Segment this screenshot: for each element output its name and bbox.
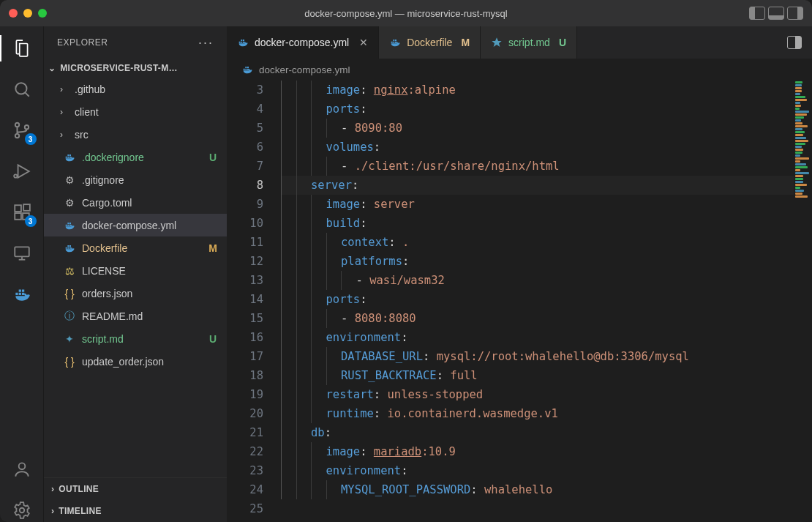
git-status-badge: U	[206, 333, 219, 345]
activity-search-icon[interactable]	[10, 78, 34, 101]
folder-label: src	[75, 129, 219, 141]
sidebar-more-icon[interactable]: ···	[198, 35, 214, 51]
code-line[interactable]: runtime: io.containerd.wasmedge.v1	[281, 404, 812, 423]
code-line[interactable]: image: mariadb:10.9	[281, 442, 812, 461]
code-line[interactable]: DATABASE_URL: mysql://root:whalehello@db…	[281, 347, 812, 366]
file-icon	[63, 152, 76, 163]
minimap-line	[795, 184, 807, 186]
maximize-window-icon[interactable]	[38, 9, 47, 18]
file-row[interactable]: ⚖LICENSE	[44, 259, 227, 282]
activity-settings-icon[interactable]	[10, 499, 34, 522]
code-line[interactable]: MYSQL_ROOT_PASSWORD: whalehello	[281, 480, 812, 499]
toggle-sidebar-icon[interactable]	[749, 7, 765, 20]
line-number: 11	[227, 233, 263, 252]
file-row[interactable]: ⚙.gitignore	[44, 168, 227, 191]
code-line[interactable]: restart: unless-stopped	[281, 385, 812, 404]
line-number: 12	[227, 252, 263, 271]
file-tree[interactable]: ›.github›client›src.dockerignoreU⚙.gitig…	[44, 78, 227, 477]
folder-row[interactable]: ›.github	[44, 78, 227, 100]
toggle-panel-icon[interactable]	[768, 7, 784, 20]
split-editor-icon[interactable]	[787, 36, 802, 49]
toggle-secondary-sidebar-icon[interactable]	[787, 7, 803, 20]
folder-row[interactable]: ›src	[44, 123, 227, 146]
code-line[interactable]: build:	[281, 214, 812, 233]
minimap-line	[795, 113, 807, 116]
sidebar-header: EXPLORER ···	[44, 26, 227, 59]
minimize-window-icon[interactable]	[23, 9, 32, 18]
code-line[interactable]	[281, 499, 812, 518]
code-line[interactable]: image: server	[281, 195, 812, 214]
code-line[interactable]: - 8090:80	[281, 119, 812, 138]
folder-row[interactable]: ›client	[44, 100, 227, 123]
chevron-right-icon: ›	[60, 107, 69, 117]
code-line[interactable]: RUST_BACKTRACE: full	[281, 366, 812, 385]
chevron-right-icon: ›	[60, 130, 69, 140]
editor-tab[interactable]: DockerfileM	[379, 26, 481, 59]
activity-bar: 3 3	[0, 26, 44, 522]
code-editor[interactable]: 345678910111213141516171819202122232425 …	[227, 81, 812, 522]
breadcrumb[interactable]: docker-compose.yml	[227, 59, 812, 81]
outline-label: OUTLINE	[59, 484, 99, 494]
file-icon: ✦	[63, 333, 76, 345]
file-row[interactable]: docker-compose.yml	[44, 214, 227, 236]
svg-marker-16	[492, 37, 501, 47]
svg-point-6	[14, 174, 17, 177]
minimap-line	[795, 93, 800, 95]
minimap-line	[795, 154, 800, 157]
activity-run-debug-icon[interactable]	[10, 160, 34, 183]
code-line[interactable]: platforms:	[281, 252, 812, 271]
file-row[interactable]: { }update_order.json	[44, 350, 227, 373]
code-line[interactable]: - 8080:8080	[281, 309, 812, 328]
sidebar-outline-toggle[interactable]: › OUTLINE	[44, 478, 227, 500]
code-line[interactable]: - ./client:/usr/share/nginx/html	[281, 157, 812, 176]
code-line[interactable]: environment:	[281, 328, 812, 347]
code-line[interactable]: context: .	[281, 233, 812, 252]
editor-tab[interactable]: docker-compose.yml✕	[227, 26, 379, 59]
file-row[interactable]: DockerfileM	[44, 236, 227, 259]
code-line[interactable]: volumes:	[281, 138, 812, 157]
line-number: 4	[227, 100, 263, 119]
line-number: 7	[227, 157, 263, 176]
code-line[interactable]: ports:	[281, 290, 812, 309]
close-tab-icon[interactable]: ✕	[359, 37, 368, 48]
file-row[interactable]: .dockerignoreU	[44, 146, 227, 168]
code-line[interactable]: ports:	[281, 100, 812, 119]
close-window-icon[interactable]	[9, 9, 18, 18]
code-line[interactable]: - wasi/wasm32	[281, 271, 812, 290]
titlebar: docker-compose.yml — microservice-rust-m…	[0, 0, 812, 26]
file-row[interactable]: ⚙Cargo.toml	[44, 191, 227, 214]
code-line[interactable]: db:	[281, 423, 812, 442]
minimap[interactable]	[794, 81, 812, 522]
code-line[interactable]: image: nginx:alpine	[281, 81, 812, 100]
chevron-right-icon: ›	[51, 506, 54, 516]
activity-accounts-icon[interactable]	[10, 458, 34, 481]
line-number: 25	[227, 499, 263, 518]
file-row[interactable]: ✦script.mdU	[44, 327, 227, 350]
tab-label: script.md	[508, 37, 550, 48]
minimap-line	[795, 90, 802, 92]
line-number: 24	[227, 480, 263, 499]
editor-tab[interactable]: script.mdU	[481, 26, 577, 59]
file-row[interactable]: ⓘREADME.md	[44, 305, 227, 327]
minimap-line	[795, 81, 802, 83]
activity-source-control-icon[interactable]: 3	[10, 119, 34, 142]
activity-explorer-icon[interactable]	[10, 37, 34, 60]
minimap-line	[795, 99, 807, 101]
activity-docker-icon[interactable]	[10, 283, 34, 306]
activity-remote-icon[interactable]	[10, 242, 34, 265]
svg-marker-5	[18, 165, 29, 177]
code-content[interactable]: image: nginx:alpineports:- 8090:80volume…	[278, 81, 812, 522]
line-number: 23	[227, 461, 263, 480]
sidebar-timeline-toggle[interactable]: › TIMELINE	[44, 500, 227, 522]
file-row[interactable]: { }orders.json	[44, 282, 227, 305]
code-line[interactable]: server:	[281, 176, 812, 195]
file-icon: ⓘ	[63, 310, 76, 323]
code-line[interactable]: environment:	[281, 461, 812, 480]
activity-extensions-icon[interactable]: 3	[10, 201, 34, 224]
app-window: docker-compose.yml — microservice-rust-m…	[0, 0, 812, 522]
minimap-line	[795, 172, 809, 174]
tab-git-status: U	[559, 37, 566, 48]
minimap-line	[795, 108, 800, 110]
sidebar-project-toggle[interactable]: ⌄ MICROSERVICE-RUST-M…	[44, 59, 227, 78]
line-number: 14	[227, 290, 263, 309]
